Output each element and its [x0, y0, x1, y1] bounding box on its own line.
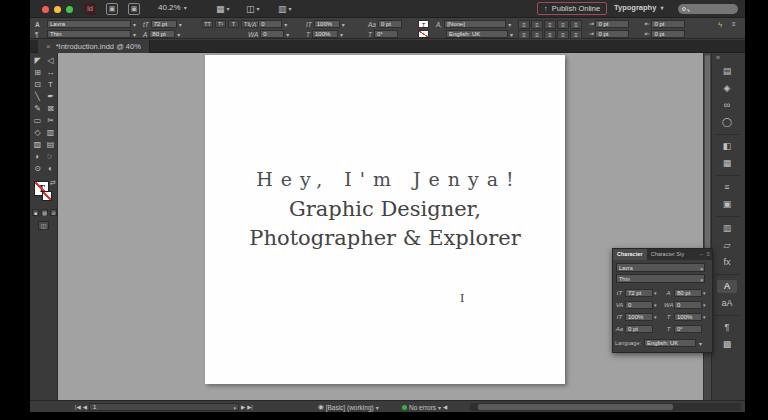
chevron-down-icon[interactable]: ▾	[286, 31, 289, 38]
zoom-window-button[interactable]	[66, 6, 73, 13]
minimize-window-button[interactable]	[54, 6, 61, 13]
chevron-down-icon[interactable]: ▾	[179, 21, 182, 28]
panel-language-field[interactable]: English: UK	[644, 339, 696, 347]
previous-page-button[interactable]: ◀	[83, 404, 87, 410]
bridge-icon[interactable]: ▣	[106, 3, 118, 15]
pen-tool[interactable]: ✒	[44, 91, 57, 103]
chevron-down-icon[interactable]: ▾	[284, 21, 287, 28]
panel-font-size-field[interactable]: 72 pt	[625, 289, 653, 297]
search-input[interactable]	[678, 4, 738, 14]
apply-none-button[interactable]: ⊘	[50, 209, 57, 216]
chevron-down-icon[interactable]: ▾	[438, 404, 441, 411]
workspace-switcher[interactable]: Typography ▾	[614, 3, 663, 12]
panel-skew-field[interactable]: 0°	[674, 325, 702, 333]
language-field[interactable]: English: UK	[446, 30, 508, 38]
align-left-button[interactable]: ≡	[518, 20, 530, 29]
view-mode-button[interactable]: ◫	[38, 221, 49, 230]
glyphs-panel-icon[interactable]: ▣	[717, 198, 737, 211]
arrange-documents-dropdown[interactable]: ▥ ▾	[278, 2, 292, 15]
page-tool[interactable]: ⊞	[31, 67, 44, 79]
chevron-down-icon[interactable]: ▾	[340, 31, 343, 38]
character-panel-icon[interactable]: A	[717, 280, 737, 293]
chevron-down-icon[interactable]: ▾	[654, 290, 657, 296]
chevron-down-icon[interactable]: ▾	[654, 302, 657, 308]
panel-menu-icon[interactable]: ≡	[732, 21, 736, 27]
chevron-down-icon[interactable]: ▾	[133, 31, 136, 38]
last-page-button[interactable]: ▶|	[247, 404, 253, 410]
effects-panel-icon[interactable]: ▱	[717, 239, 737, 252]
chevron-down-icon[interactable]: ▾	[654, 314, 657, 320]
publish-online-button[interactable]: ↑ Publish Online	[537, 2, 607, 15]
gradient-feather-tool[interactable]: ▨	[31, 139, 44, 151]
gradient-swatch-tool[interactable]: ▥	[44, 127, 57, 139]
vertical-scale-field[interactable]: 100%	[314, 20, 340, 28]
paragraph-styles-panel-icon[interactable]: ¶	[717, 321, 737, 334]
tracking-field[interactable]: 0	[260, 30, 284, 38]
panel-tracking-field[interactable]: 0	[674, 301, 702, 309]
scroll-left-arrow[interactable]: ◀	[443, 404, 447, 410]
align-towards-spine-button[interactable]: ≡	[544, 30, 556, 39]
leading-field[interactable]: 80 pt	[149, 30, 175, 38]
note-tool[interactable]: ▤	[44, 139, 57, 151]
panel-baseline-shift-field[interactable]: 0 pt	[625, 325, 653, 333]
underline-button[interactable]: T	[228, 20, 239, 28]
swatches-panel-icon[interactable]: ▦	[717, 157, 737, 170]
scissors-tool[interactable]: ✂	[44, 115, 57, 127]
panel-kerning-field[interactable]: 0	[625, 301, 653, 309]
left-indent-field[interactable]: 0 pt	[595, 20, 629, 28]
mini-bridge-icon[interactable]: ▣	[128, 3, 140, 15]
all-caps-button[interactable]: TT	[202, 20, 213, 28]
chevron-down-icon[interactable]: ▾	[703, 314, 706, 320]
chevron-down-icon[interactable]: ▾	[510, 31, 513, 38]
chevron-down-icon[interactable]: ▾	[342, 21, 345, 28]
close-tab-icon[interactable]: ×	[46, 42, 51, 51]
stroke-color-swatch[interactable]	[418, 30, 429, 38]
rectangle-frame-tool[interactable]: ⊠	[44, 103, 57, 115]
hand-tool[interactable]: ☞	[44, 151, 57, 163]
document-subline-2[interactable]: Photographer & Explorer	[205, 226, 565, 250]
character-formatting-controls-button[interactable]: A	[35, 21, 40, 28]
color-theme-tool[interactable]: ◐	[44, 163, 57, 175]
font-family-field[interactable]: Lavra	[47, 20, 131, 28]
cc-libraries-icon[interactable]: ϟ	[718, 20, 722, 29]
paragraph-panel-icon[interactable]: ≡	[717, 181, 737, 194]
apply-color-button[interactable]: ■	[32, 209, 39, 216]
fill-color-swatch[interactable]: T	[418, 20, 429, 28]
zoom-tool[interactable]: ⊙	[31, 163, 44, 175]
panel-font-family-field[interactable]: Lavra ▾	[616, 263, 705, 272]
skew-field[interactable]: 0°	[374, 30, 398, 38]
pages-panel-icon[interactable]: ▤	[717, 65, 737, 78]
swap-fill-stroke-icon[interactable]: ⇄	[50, 179, 56, 187]
chevron-down-icon[interactable]: ▾	[376, 404, 379, 411]
chevron-down-icon[interactable]: ▾	[133, 21, 136, 28]
chevron-down-icon[interactable]: ▾	[508, 21, 511, 28]
character-styles-panel-icon[interactable]: aA	[717, 297, 737, 310]
horizontal-scale-field[interactable]: 100%	[312, 30, 338, 38]
gap-tool[interactable]: ↔	[44, 67, 57, 79]
horizontal-scrollbar[interactable]	[470, 403, 741, 411]
chevron-down-icon[interactable]: ▾	[700, 265, 703, 273]
justify-left-button[interactable]: ≡	[557, 20, 569, 29]
tab-character-styles[interactable]: Character Sty	[647, 249, 689, 260]
colour-panel-icon[interactable]: ◧	[717, 140, 737, 153]
zoom-level-dropdown[interactable]: 40.2% ▾	[158, 3, 187, 12]
preflight-status-text[interactable]: No errors	[409, 404, 436, 411]
fx-panel-icon[interactable]: fx	[717, 256, 737, 269]
panel-horizontal-scale-field[interactable]: 100%	[674, 313, 702, 321]
align-right-button[interactable]: ≡	[544, 20, 556, 29]
align-away-spine-button[interactable]: ≡	[557, 30, 569, 39]
chevron-down-icon[interactable]: ▾	[700, 276, 703, 284]
eyedropper-tool[interactable]: ◗	[31, 151, 44, 163]
rectangle-tool[interactable]: ▭	[31, 115, 44, 127]
panel-collapse-icon[interactable]: ↔	[698, 249, 704, 260]
justify-center-button[interactable]: ≡	[518, 30, 530, 39]
panel-font-style-field[interactable]: Thin ▾	[616, 274, 705, 283]
font-style-field[interactable]: Thin	[47, 30, 131, 38]
panel-vertical-scale-field[interactable]: 100%	[625, 313, 653, 321]
align-center-button[interactable]: ≡	[531, 20, 543, 29]
justify-right-button[interactable]: ≡	[531, 30, 543, 39]
pencil-tool[interactable]: ✎	[31, 103, 44, 115]
chevron-down-icon[interactable]: ▾	[233, 405, 236, 412]
stroke-panel-icon[interactable]: ◯	[717, 116, 737, 129]
view-options-dropdown[interactable]: ▦ ▾	[216, 2, 230, 15]
